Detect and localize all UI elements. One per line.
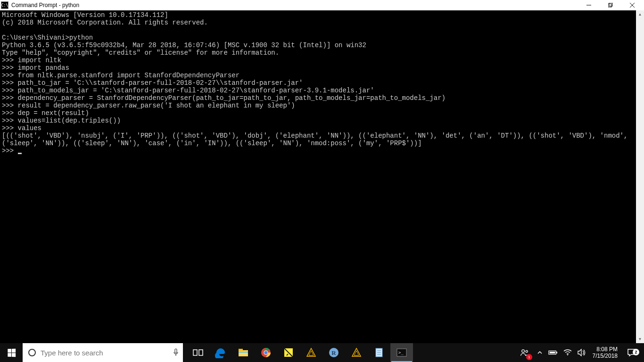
terminal-area: Microsoft Windows [Version 10.0.17134.11…: [0, 10, 644, 343]
search-box[interactable]: [23, 343, 183, 362]
svg-rect-1: [608, 4, 611, 7]
svg-rect-11: [239, 352, 248, 353]
cortana-icon: [28, 349, 36, 356]
windows-logo-icon: [8, 348, 16, 357]
taskbar: R >_ 1 8:08 PM 7/15/2018: [0, 343, 644, 362]
system-tray: 1 8:08 PM 7/15/2018 2: [515, 343, 644, 362]
task-view-button[interactable]: [187, 343, 209, 362]
people-badge: 1: [526, 354, 532, 360]
scroll-up-arrow[interactable]: ▲: [636, 10, 644, 18]
svg-point-29: [567, 354, 568, 355]
battery-icon[interactable]: [545, 343, 561, 362]
notepad-icon[interactable]: [368, 343, 390, 362]
sticky-notes-icon[interactable]: [277, 343, 300, 362]
edge-icon[interactable]: [209, 343, 232, 362]
scrollbar[interactable]: ▲ ▼: [636, 10, 644, 343]
rstudio-icon[interactable]: R: [322, 343, 345, 362]
scroll-track[interactable]: [636, 18, 644, 335]
chrome-icon[interactable]: [255, 343, 277, 362]
maximize-button[interactable]: [600, 0, 621, 10]
svg-rect-10: [239, 349, 243, 351]
terminal-output[interactable]: Microsoft Windows [Version 10.0.17134.11…: [0, 10, 636, 343]
svg-point-14: [264, 351, 268, 354]
svg-text:>_: >_: [398, 350, 404, 355]
svg-rect-9: [239, 350, 248, 356]
svg-rect-7: [193, 350, 197, 355]
svg-text:R: R: [331, 349, 336, 356]
clock[interactable]: 8:08 PM 7/15/2018: [589, 346, 621, 359]
volume-icon[interactable]: [575, 343, 589, 362]
clock-date: 7/15/2018: [593, 353, 618, 359]
file-explorer-icon[interactable]: [232, 343, 255, 362]
clock-time: 8:08 PM: [596, 346, 618, 353]
svg-rect-2: [609, 3, 612, 6]
window-titlebar: C:\ Command Prompt - python: [0, 0, 644, 10]
close-button[interactable]: [621, 0, 643, 10]
search-input[interactable]: [41, 349, 173, 357]
window-title: Command Prompt - python: [11, 2, 79, 8]
taskbar-icons: R >_: [183, 343, 413, 362]
mic-icon[interactable]: [173, 348, 179, 357]
svg-rect-27: [556, 352, 557, 354]
minimize-button[interactable]: [578, 0, 600, 10]
app-icon-1[interactable]: [300, 343, 322, 362]
terminal-cursor: [18, 153, 22, 154]
people-icon[interactable]: 1: [515, 343, 534, 362]
svg-rect-28: [549, 352, 555, 354]
cmd-taskbar-icon[interactable]: >_: [390, 343, 413, 362]
cmd-icon: C:\: [1, 1, 8, 9]
svg-point-25: [526, 350, 528, 352]
svg-point-24: [521, 350, 524, 353]
action-center-icon[interactable]: 2: [621, 348, 642, 357]
window-controls: [578, 0, 643, 10]
svg-rect-8: [199, 350, 203, 355]
app-icon-2[interactable]: [345, 343, 368, 362]
start-button[interactable]: [0, 343, 23, 362]
scroll-down-arrow[interactable]: ▼: [636, 335, 644, 343]
wifi-icon[interactable]: [561, 343, 575, 362]
svg-rect-5: [175, 349, 177, 353]
notification-badge: 2: [633, 349, 639, 355]
tray-chevron-icon[interactable]: [534, 343, 545, 362]
